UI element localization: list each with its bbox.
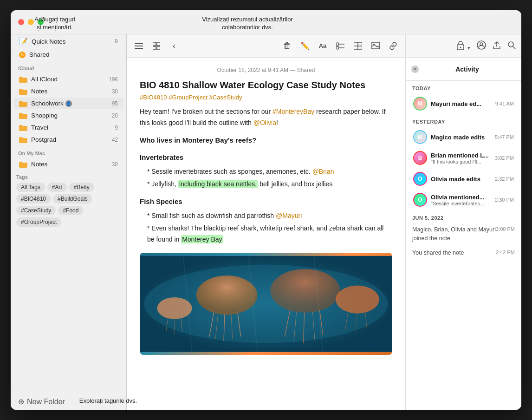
- activity-time-olivia2: 2:30 PM: [495, 197, 514, 203]
- table-button[interactable]: [351, 39, 364, 52]
- tag-chip-art[interactable]: #Art: [47, 183, 67, 192]
- activity-item-olivia2[interactable]: O Olivia mentioned... "Sessile invertebr…: [408, 190, 519, 210]
- media-button[interactable]: [369, 39, 382, 52]
- tag-chip-casestudy[interactable]: #CaseStudy: [16, 206, 56, 215]
- tag-casestudy[interactable]: #CaseStudy: [209, 94, 242, 101]
- svg-rect-3: [153, 42, 156, 46]
- link-button[interactable]: [387, 39, 400, 52]
- mention-olivia: @Olivia: [253, 119, 276, 126]
- sidebar-label: Postgrad: [31, 136, 56, 143]
- title-bar: [11, 10, 521, 34]
- yesterday-label: YESTERDAY: [406, 114, 521, 126]
- tag-chip-buildgoals[interactable]: #BuildGoals: [53, 194, 92, 203]
- section-heading-reefs: Who lives in Monterey Bay's reefs?: [140, 134, 392, 146]
- activity-text-olivia2: Olivia mentioned... "Sessile invertebrat…: [431, 194, 493, 206]
- delete-button[interactable]: 🗑: [281, 39, 294, 52]
- shared-icon: S: [19, 52, 26, 58]
- activity-name-mayuri: Mayuri made ed...: [431, 100, 493, 107]
- maximize-button[interactable]: [38, 19, 44, 25]
- tag-chip-betty[interactable]: #Betty: [69, 183, 94, 192]
- sidebar-item-notes[interactable]: Notes 30: [13, 85, 123, 97]
- tag-chip-groupproject[interactable]: #GroupProject: [16, 217, 61, 227]
- sidebar-item-schoolwork[interactable]: Schoolwork 👤 95: [13, 98, 123, 109]
- avatar-olivia1: O: [413, 172, 427, 186]
- activity-sub-olivia2: "Sessile invertebrates...: [431, 201, 493, 206]
- invertebrates-list: Sessile invertebrates such as sponges, a…: [140, 166, 392, 190]
- sidebar-count-quick-notes: 9: [115, 38, 118, 45]
- sidebar-count: 95: [112, 100, 118, 107]
- tag-chip-food[interactable]: #Food: [58, 206, 83, 215]
- mac-items: Notes 30: [11, 158, 126, 171]
- activity-header: ✕ Activity: [406, 58, 521, 81]
- note-body: Hey team! I've broken out the sections f…: [140, 106, 392, 355]
- list-view-button[interactable]: [132, 39, 145, 52]
- sidebar-item-shared[interactable]: S Shared: [13, 49, 123, 60]
- sidebar-item-travel[interactable]: Travel 9: [13, 122, 123, 133]
- checklist-button[interactable]: [334, 39, 347, 52]
- folder-icon: [19, 161, 27, 168]
- new-folder-button[interactable]: ⊕ New Folder: [11, 394, 126, 410]
- sidebar-label: Shopping: [31, 112, 58, 119]
- sidebar-item-quick-notes[interactable]: 📝 Quick Notes 9: [13, 35, 123, 48]
- svg-point-34: [336, 286, 379, 314]
- tags-section-label: Tags: [16, 174, 121, 180]
- back-button[interactable]: ‹: [168, 39, 181, 52]
- sidebar-label: Notes: [31, 161, 47, 168]
- activity-body: TODAY M Mayuri made ed... 9:41 AM YESTER…: [406, 81, 521, 410]
- svg-point-9: [336, 46, 339, 49]
- note-date: October 18, 2022 at 9:41 AM — Shared: [140, 67, 392, 73]
- sidebar-label-quick-notes: Quick Notes: [32, 38, 66, 45]
- sidebar-item-postgrad[interactable]: Postgrad 42: [13, 134, 123, 145]
- note-title[interactable]: BIO 4810 Shallow Water Ecology Case Stud…: [140, 79, 392, 91]
- close-button[interactable]: [18, 19, 24, 25]
- activity-time-magico: 5:47 PM: [495, 134, 514, 140]
- mention-mayuri: @Mayuri: [276, 212, 302, 219]
- sidebar-item-mac-notes[interactable]: Notes 30: [13, 158, 123, 170]
- share-button[interactable]: [493, 40, 501, 52]
- activity-item-mayuri[interactable]: M Mayuri made ed... 9:41 AM: [408, 93, 519, 114]
- close-activity-button[interactable]: ✕: [411, 66, 419, 73]
- activity-panel: ▾ ✕ Activity: [405, 34, 521, 410]
- note-intro: Hey team! I've broken out the sections f…: [140, 106, 392, 129]
- compose-button[interactable]: ✏️: [298, 39, 311, 52]
- tag-chip-bio4810[interactable]: #BIO4810: [16, 194, 51, 203]
- svg-line-46: [513, 46, 515, 49]
- tag-bio4810[interactable]: #BIO4810: [140, 94, 169, 101]
- list-item: Sessile invertebrates such as sponges, a…: [147, 166, 392, 177]
- sidebar-item-all-icloud[interactable]: All iCloud 196: [13, 73, 123, 85]
- avatar-magico: M: [413, 130, 427, 144]
- activity-item-magico[interactable]: M Magico made edits 5:47 PM: [408, 127, 519, 147]
- tags-section: Tags All Tags#Art#Betty#BIO4810#BuildGoa…: [11, 171, 126, 230]
- lock-button[interactable]: ▾: [456, 40, 470, 52]
- activity-time-olivia1: 2:32 PM: [495, 176, 514, 182]
- activity-text-mayuri: Mayuri made ed...: [431, 100, 493, 107]
- sidebar-label: Schoolwork: [31, 100, 64, 107]
- sidebar-item-shopping[interactable]: Shopping 20: [13, 110, 123, 121]
- note-toolbar: ‹ 🗑 ✏️ Aa: [127, 34, 405, 58]
- avatar-olivia2: O: [413, 193, 427, 207]
- sidebar-count: 42: [112, 137, 118, 143]
- svg-point-7: [336, 43, 339, 46]
- collab-button[interactable]: [477, 40, 486, 52]
- list-item: Small fish such as clownfish and parrotf…: [147, 210, 392, 222]
- main-content: 📝 Quick Notes 9 S Shared iCloud All iClo…: [11, 34, 521, 410]
- svg-point-45: [508, 42, 513, 47]
- svg-rect-5: [153, 46, 156, 50]
- folder-icon: [19, 137, 27, 143]
- tags-container: All Tags#Art#Betty#BIO4810#BuildGoals#Ca…: [16, 183, 121, 227]
- activity-item-olivia1[interactable]: O Olivia made edits 2:32 PM: [408, 169, 519, 189]
- search-button[interactable]: [507, 41, 516, 51]
- activity-name-olivia2: Olivia mentioned...: [431, 194, 493, 201]
- activity-item-brian[interactable]: B Brian mentioned L... "If this looks go…: [408, 148, 519, 168]
- font-button[interactable]: Aa: [316, 39, 329, 52]
- tag-groupproject[interactable]: #GroupProject: [169, 94, 209, 101]
- note-area: ‹ 🗑 ✏️ Aa October 18: [127, 34, 405, 410]
- activity-time-brian: 3:02 PM: [495, 155, 514, 161]
- minimize-button[interactable]: [28, 19, 34, 25]
- svg-point-30: [157, 297, 192, 319]
- grid-view-button[interactable]: [150, 39, 163, 52]
- tag-chip-all tags[interactable]: All Tags: [16, 183, 45, 192]
- app-window: Adăugați taguriși menționări. Vizualizaț…: [11, 10, 521, 410]
- note-tags: #BIO4810 #GroupProject #CaseStudy: [140, 94, 392, 101]
- activity-text-magico: Magico made edits: [431, 134, 493, 141]
